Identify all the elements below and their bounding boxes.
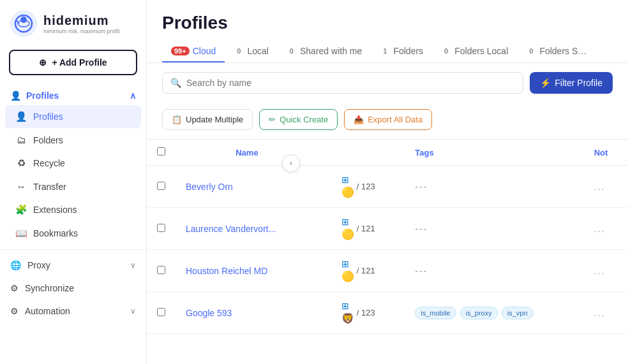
browser-icons: ⊞ 🦁 (341, 301, 354, 324)
sidebar-item-folders[interactable]: 🗂 Folders (5, 129, 141, 151)
plus-icon: ⊕ (39, 57, 47, 68)
sidebar-item-recycle[interactable]: ♻ Recycle (5, 152, 141, 175)
search-input[interactable] (186, 78, 515, 88)
row-checkbox[interactable] (157, 308, 165, 316)
recycle-icon: ♻ (15, 157, 27, 169)
browser-icons: ⊞ 🟡 (341, 217, 354, 240)
windows-icon: ⊞ (341, 175, 354, 185)
sidebar-item-transfer[interactable]: ↔ Transfer (5, 175, 141, 198)
tags-cell-container: --- (405, 208, 583, 250)
table-header-row: Name Tags Not (147, 140, 628, 166)
select-all-checkbox[interactable] (157, 147, 165, 156)
no-tags: --- (415, 182, 428, 192)
sidebar-item-profiles[interactable]: 👤 Profiles (5, 105, 141, 128)
add-profile-button[interactable]: ⊕ + Add Profile (9, 50, 137, 75)
export-all-button[interactable]: 📤 Export All Data (344, 109, 432, 130)
browser-icons: ⊞ 🟡 (341, 175, 354, 198)
tags-cell-container: --- (405, 250, 583, 292)
folders-icon: 🗂 (15, 135, 27, 145)
sidebar-label-transfer: Transfer (33, 182, 66, 192)
bookmarks-icon: 📖 (15, 228, 27, 239)
brave-icon: 🦁 (341, 312, 354, 324)
sidebar-item-automation[interactable]: ⚙ Automation ∨ (0, 300, 146, 323)
notes-cell: ... (584, 250, 628, 292)
row-checkbox-cell[interactable] (147, 292, 176, 334)
tab-label-folders-local: Folders Local (454, 46, 508, 56)
sidebar-item-bookmarks[interactable]: 📖 Bookmarks (5, 222, 141, 245)
search-box[interactable]: 🔍 (162, 72, 523, 94)
profiles-table-container: Name Tags Not Beverly Orn ⊞ 🟡 (147, 140, 628, 364)
select-all-header[interactable] (147, 140, 176, 166)
profile-name-cell: Beverly Orn (176, 166, 318, 208)
filter-profile-button[interactable]: ⚡ Filter Profile (530, 72, 613, 94)
sidebar-label-synchronize: Synchronize (25, 283, 74, 293)
tabs-bar: 99+ Cloud0 Local0 Shared with me1 Folder… (162, 41, 613, 62)
browser-version: / 123 (357, 308, 375, 317)
sidebar-label-folders: Folders (33, 135, 63, 145)
update-icon: 📋 (172, 115, 182, 124)
name-cell: Beverly Orn (186, 182, 308, 192)
export-icon: 📤 (354, 115, 364, 124)
logo-text: hidemium minimum risk, maximum profit (43, 13, 120, 34)
action-bar: 📋 Update Multiple ✏ Quick Create 📤 Expor… (147, 103, 628, 140)
profile-name[interactable]: Houston Reichel MD (186, 266, 267, 276)
row-checkbox-cell[interactable] (147, 250, 176, 292)
profile-name-cell: Google 593 (176, 292, 318, 334)
update-multiple-button[interactable]: 📋 Update Multiple (162, 109, 253, 130)
profiles-icon: 👤 (15, 111, 27, 122)
browser-version: / 121 (357, 224, 375, 233)
tag-badge[interactable]: is_proxy (460, 307, 498, 319)
row-checkbox-cell[interactable] (147, 166, 176, 208)
sidebar-divider (0, 249, 146, 250)
notes-cell: ... (584, 166, 628, 208)
browser-icons: ⊞ 🟡 (341, 259, 354, 282)
section-label: Profiles (26, 91, 59, 101)
svg-point-0 (10, 10, 37, 37)
main-content: Profiles 99+ Cloud0 Local0 Shared with m… (147, 0, 628, 364)
row-checkbox-cell[interactable] (147, 208, 176, 250)
tab-label-shared: Shared with me (300, 46, 362, 56)
windows-icon: ⊞ (341, 217, 354, 227)
tab-badge-local: 0 (234, 47, 244, 55)
create-icon: ✏ (269, 115, 276, 124)
row-checkbox[interactable] (157, 182, 165, 190)
profile-name[interactable]: Google 593 (186, 308, 232, 318)
tag-badge[interactable]: is_mobile (415, 307, 456, 319)
row-checkbox[interactable] (157, 224, 165, 232)
sidebar-label-extensions: Extensions (33, 205, 77, 215)
person-icon: 👤 (10, 91, 21, 101)
tab-cloud[interactable]: 99+ Cloud (162, 41, 225, 62)
tab-folders-s[interactable]: 0 Folders S… (517, 41, 595, 62)
sidebar-item-synchronize[interactable]: ⚙ Synchronize (0, 277, 146, 300)
tags-cell-container: is_mobileis_proxyis_vpn (405, 292, 583, 334)
transfer-icon: ↔ (15, 181, 27, 192)
tab-label-local: Local (247, 46, 268, 56)
profile-name[interactable]: Laurence Vandervort... (186, 224, 276, 234)
tab-folders-local[interactable]: 0 Folders Local (432, 41, 517, 62)
notes-cell: ... (584, 292, 628, 334)
chevron-icon: ∨ (130, 261, 136, 270)
profile-name-cell: Houston Reichel MD (176, 250, 318, 292)
sidebar-collapse-button[interactable]: ‹ (282, 154, 300, 172)
browser-cell: ⊞ 🟡 / 123 (318, 166, 405, 208)
sidebar-item-proxy[interactable]: 🌐 Proxy ∨ (0, 254, 146, 277)
name-cell: Laurence Vandervort... (186, 224, 308, 234)
tab-shared[interactable]: 0 Shared with me (278, 41, 371, 62)
row-checkbox[interactable] (157, 266, 165, 274)
sidebar-item-extensions[interactable]: 🧩 Extensions (5, 198, 141, 221)
tab-local[interactable]: 0 Local (225, 41, 278, 62)
browser-info: ⊞ 🟡 / 121 (341, 259, 394, 282)
profile-name-cell: Laurence Vandervort... (176, 208, 318, 250)
sidebar-section-profiles: 👤 Profiles ∧ (0, 84, 146, 105)
browser-column-header (318, 140, 405, 166)
tag-badge[interactable]: is_vpn (502, 307, 534, 319)
logo-tagline: minimum risk, maximum profit (43, 28, 120, 34)
table-row: Laurence Vandervort... ⊞ 🟡 / 121 --- ... (147, 208, 628, 250)
profile-name[interactable]: Beverly Orn (186, 182, 233, 192)
sidebar-label-profiles: Profiles (33, 112, 63, 122)
quick-create-button[interactable]: ✏ Quick Create (259, 109, 338, 130)
tab-folders[interactable]: 1 Folders (371, 41, 432, 62)
table-row: Houston Reichel MD ⊞ 🟡 / 121 --- ... (147, 250, 628, 292)
tags-cell-container: --- (405, 166, 583, 208)
logo-area: hidemium minimum risk, maximum profit (0, 0, 146, 45)
